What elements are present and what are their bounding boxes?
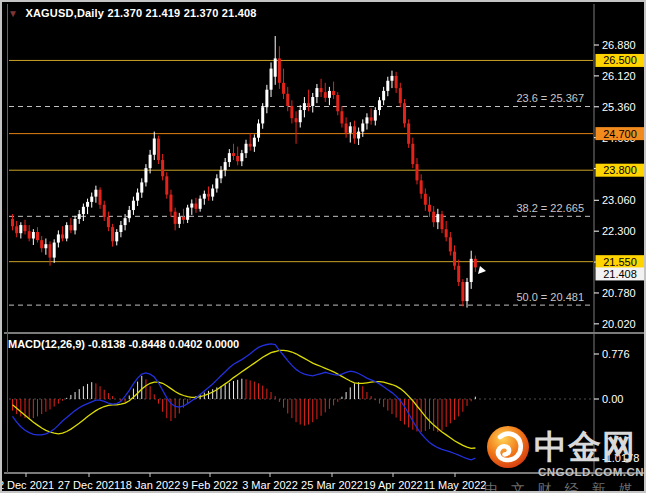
date-axis-label: 11 May 2022: [424, 479, 487, 491]
candle-body: [15, 226, 18, 233]
candle-body: [441, 214, 444, 229]
candle-body: [286, 94, 289, 106]
price-axis-label: 26.120: [602, 70, 636, 82]
candle-body: [303, 103, 306, 110]
candle-body: [445, 229, 448, 237]
candle-body: [320, 88, 323, 92]
level-price-box-label: 24.700: [603, 128, 637, 140]
price-axis-label: 22.300: [602, 225, 636, 237]
candle-body: [232, 153, 235, 156]
price-axis-label: 20.020: [602, 318, 636, 330]
fib-label-382: 38.2 = 22.665: [516, 202, 584, 214]
candle-body: [69, 225, 72, 230]
candle-body: [324, 92, 327, 98]
candle-body: [328, 91, 331, 98]
candle-body: [94, 190, 97, 197]
candle-body: [19, 225, 22, 233]
candle-body: [457, 266, 460, 282]
price-axis-label: 20.780: [602, 287, 636, 299]
candle-body: [61, 234, 64, 238]
candle-body: [136, 193, 139, 201]
candle-body: [115, 232, 118, 241]
candle-body: [428, 205, 431, 212]
candle-body: [466, 282, 469, 301]
current-price-label: 21.408: [603, 268, 637, 280]
level-price-box-label: 21.550: [603, 256, 637, 268]
candle-body: [149, 155, 152, 168]
candle-body: [107, 217, 110, 227]
candle-body: [99, 190, 102, 205]
candle-body: [161, 160, 164, 176]
brand-domain: CNGOLD.COM.CN: [538, 466, 646, 478]
candle-body: [311, 97, 314, 106]
brand-name: 中金网: [534, 424, 636, 470]
candle-body: [220, 170, 223, 178]
title-bar: ▼ XAGUSD,Daily 21.370 21.419 21.370 21.4…: [8, 7, 257, 19]
candle-body: [132, 201, 135, 210]
candle-body: [153, 138, 156, 154]
candle-body: [240, 153, 243, 161]
candle-body: [82, 207, 85, 214]
candle-body: [253, 138, 256, 147]
candle-body: [382, 91, 385, 100]
candle-body: [103, 205, 106, 217]
macd-indicator-label: MACD(12,26,9) -0.8138 -0.8448 0.0402 0.0…: [8, 338, 239, 350]
candle-body: [424, 194, 427, 205]
fib-label-236: 23.6 = 25.367: [516, 92, 584, 104]
candle-body: [119, 225, 122, 232]
candle-body: [353, 126, 356, 138]
date-axis-label: 27 Dec 2021: [58, 479, 120, 491]
chart-symbol-title: XAGUSD,Daily: [25, 7, 104, 19]
candle-body: [295, 118, 298, 122]
candle-body: [182, 217, 185, 220]
candle-body: [345, 123, 348, 132]
candle-body: [461, 282, 464, 301]
date-axis-label: 2 Dec 2021: [2, 479, 54, 491]
candle-body: [282, 83, 285, 94]
candle-body: [236, 156, 239, 161]
candle-body: [207, 194, 210, 197]
candle-body: [270, 69, 273, 90]
candle-body: [111, 227, 114, 241]
macd-main-line: [13, 344, 476, 460]
candle-body: [74, 219, 77, 230]
candle-body: [194, 204, 197, 209]
chart-canvas[interactable]: 26.88026.12025.36024.60023.84023.06022.3…: [2, 2, 646, 493]
candle-body: [257, 123, 260, 137]
candle-body: [78, 214, 81, 219]
candle-body: [40, 240, 43, 248]
candle-body: [186, 208, 189, 220]
candle-body: [332, 91, 335, 95]
candle-body: [336, 95, 339, 111]
fib-label-500: 50.0 = 20.481: [516, 291, 584, 303]
date-axis-label: 3 Mar 2022: [242, 479, 298, 491]
date-axis-label: 18 Jan 2022: [120, 479, 181, 491]
candle-body: [169, 195, 172, 212]
chart-ohlc-values: 21.370 21.419 21.370 21.408: [107, 7, 256, 19]
candle-body: [165, 176, 168, 194]
candle-body: [349, 126, 352, 133]
price-axis-label: 25.360: [602, 101, 636, 113]
candle-body: [370, 117, 373, 120]
candle-body: [395, 76, 398, 88]
candle-body: [32, 232, 35, 239]
watermark: 中金网 CNGOLD.COM.CN 中 文 财 经 新 媒 体: [486, 424, 646, 493]
candle-body: [399, 88, 402, 103]
candle-body: [203, 194, 206, 199]
candle-body: [449, 237, 452, 251]
candle-body: [178, 217, 181, 224]
candle-body: [36, 232, 39, 240]
candle-body: [228, 153, 231, 162]
candle-body: [340, 111, 343, 123]
candle-body: [403, 103, 406, 123]
candle-body: [265, 90, 268, 107]
candle-body: [245, 144, 248, 153]
candle-body: [90, 197, 93, 202]
candle-body: [365, 117, 368, 123]
candle-body: [86, 202, 89, 207]
candle-body: [128, 210, 131, 218]
candle-body: [211, 188, 214, 196]
symbol-dropdown-icon: ▼: [8, 8, 18, 19]
candle-body: [415, 164, 418, 180]
date-axis-label: 25 Mar 2022: [301, 479, 363, 491]
